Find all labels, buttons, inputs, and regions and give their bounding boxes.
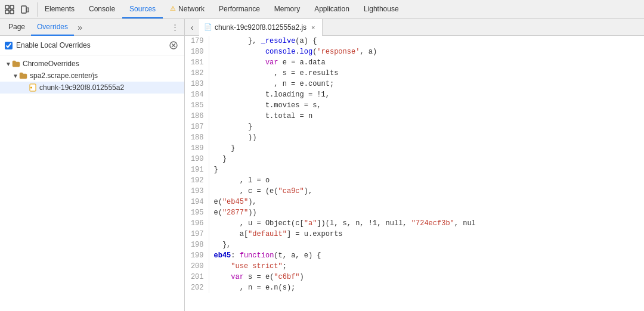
line-code: t.total = n [209,111,644,122]
code-line: 186 t.total = n [185,111,644,122]
line-number: 201 [185,272,209,282]
tab-performance[interactable]: Performance [212,0,267,18]
tab-overrides[interactable]: Overrides [31,19,74,36]
tab-lighthouse[interactable]: Lighthouse [357,0,406,18]
code-table: 179 }, _resolve(a) { 180 console.log('re… [185,36,644,293]
line-number: 197 [185,229,209,240]
line-number: 179 [185,36,209,46]
line-number: 182 [185,68,209,79]
svg-rect-3 [10,10,14,14]
tab-application[interactable]: Application [307,0,357,18]
line-number: 185 [185,100,209,111]
left-panel: Page Overrides » ⋮ Enable Local Override… [0,19,185,311]
line-number: 191 [185,164,209,175]
code-line: 192 , l = o [185,175,644,186]
inspect-icon[interactable] [2,2,17,17]
code-line: 187 } [185,122,644,132]
code-line: 189 } [185,143,644,154]
network-warn-icon: ⚠ [170,5,176,13]
code-line: 190 } [185,154,644,164]
line-code: var e = a.data [209,57,644,68]
file-tab-close-button[interactable]: × [309,23,317,32]
folder-icon [19,71,27,80]
enable-overrides-checkbox[interactable] [5,42,13,49]
panel-menu-button[interactable]: ⋮ [168,20,182,35]
line-code: , c = (e("ca9c"), [209,186,644,197]
file-tabs: ‹ 📄 chunk-19c920f8.012555a2.js × [185,19,644,36]
line-number: 196 [185,218,209,229]
line-number: 190 [185,154,209,164]
tab-page[interactable]: Page [2,19,31,36]
line-code: a["default"] = u.exports [209,229,644,240]
tab-elements[interactable]: Elements [38,0,82,18]
file-tree: ▼ ChromeOverrides ▼ spa2.scrape.center/j… [0,55,184,311]
code-line: 200 "use strict"; [185,261,644,272]
tab-sources[interactable]: Sources [122,0,163,18]
code-editor[interactable]: 179 }, _resolve(a) { 180 console.log('re… [185,36,644,311]
main-nav-tabs: Elements Console Sources ⚠ Network Perfo… [38,0,642,18]
tab-memory[interactable]: Memory [267,0,307,18]
code-line: 201 var s = e("c6bf") [185,272,644,282]
svg-point-10 [30,87,32,89]
line-code: , u = Object(c["a"])(l, s, n, !1, null, … [209,218,644,229]
line-code: )) [209,132,644,143]
tab-nav-back-button[interactable]: ‹ [185,19,199,36]
code-line: 179 }, _resolve(a) { [185,36,644,46]
line-number: 189 [185,143,209,154]
line-number: 188 [185,132,209,143]
tree-arrow [21,84,29,91]
line-code: } [209,164,644,175]
svg-rect-4 [21,6,26,13]
line-number: 193 [185,186,209,197]
more-tabs-button[interactable]: » [74,21,86,33]
line-code: } [209,143,644,154]
file-tab-chunk[interactable]: 📄 chunk-19c920f8.012555a2.js × [199,19,323,36]
line-code: console.log('response', a) [209,46,644,57]
tree-item-chrome-overrides[interactable]: ▼ ChromeOverrides [0,58,184,70]
enable-overrides-label[interactable]: Enable Local Overrides [5,41,91,49]
svg-rect-0 [5,5,9,9]
file-tab-icon: 📄 [204,23,212,31]
tree-arrow: ▼ [12,72,19,79]
tree-item-spa2-folder[interactable]: ▼ spa2.scrape.center/js [0,70,184,82]
line-number: 202 [185,282,209,293]
devtools-body: Page Overrides » ⋮ Enable Local Override… [0,19,644,311]
code-line: 185 t.movies = s, [185,100,644,111]
code-line: 193 , c = (e("ca9c"), [185,186,644,197]
line-code: , n = e.count; [209,79,644,89]
line-number: 198 [185,240,209,250]
code-line: 202 , n = e.n(s); [185,282,644,293]
line-number: 195 [185,207,209,218]
line-number: 199 [185,250,209,261]
code-line: 191 } [185,164,644,175]
line-code: e("2877")) [209,207,644,218]
code-line: 195 e("2877")) [185,207,644,218]
line-number: 180 [185,46,209,57]
line-code: , n = e.n(s); [209,282,644,293]
device-icon[interactable] [18,2,32,17]
line-code: t.loading = !1, [209,89,644,100]
code-line: 196 , u = Object(c["a"])(l, s, n, !1, nu… [185,218,644,229]
line-code: , l = o [209,175,644,186]
line-code: , s = e.results [209,68,644,79]
clear-overrides-button[interactable] [168,39,179,51]
devtools-toolbar: Elements Console Sources ⚠ Network Perfo… [0,0,644,19]
code-line: 182 , s = e.results [185,68,644,79]
line-number: 186 [185,111,209,122]
sub-tabs: Page Overrides » ⋮ [0,19,184,36]
line-code: } [209,154,644,164]
override-row: Enable Local Overrides [0,36,184,55]
right-panel: ‹ 📄 chunk-19c920f8.012555a2.js × 179 }, … [185,19,644,311]
line-number: 194 [185,197,209,207]
code-line: 197 a["default"] = u.exports [185,229,644,240]
line-code: t.movies = s, [209,100,644,111]
tree-item-chunk-file[interactable]: chunk-19c920f8.012555a2 [0,82,184,94]
code-line: 198 }, [185,240,644,250]
tab-console[interactable]: Console [82,0,122,18]
folder-icon [12,60,20,68]
code-line: 184 t.loading = !1, [185,89,644,100]
line-number: 184 [185,89,209,100]
code-line: 180 console.log('response', a) [185,46,644,57]
line-code: }, _resolve(a) { [209,36,644,46]
tab-network[interactable]: ⚠ Network [163,0,212,18]
